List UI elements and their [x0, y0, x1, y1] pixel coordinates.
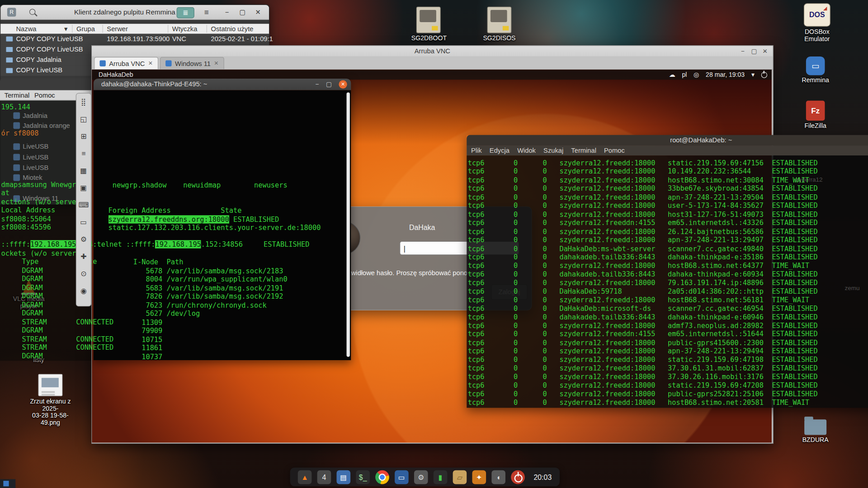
desktop-icon-sg2disos[interactable]: SG2DISOS [482, 7, 517, 42]
netstat-line: tcp6 0 0 szyderra12.freedd:18000 host31-… [468, 210, 868, 219]
media-player-icon[interactable]: ▲ [298, 470, 312, 484]
caret-down-icon[interactable]: ▾ [751, 71, 755, 79]
window-title: Klient zdalnego pulpitu Remmina [74, 5, 175, 19]
green-display-icon[interactable]: ▮ [434, 470, 448, 484]
connection-row[interactable]: COPY COPY LiveUSB192.168.191.73:5900VNC2… [0, 34, 269, 45]
terminal-line: 10737 [96, 352, 162, 361]
titlebar[interactable]: R Klient zdalnego pulpitu Remmina ≣ ≡ − … [0, 5, 269, 20]
scrollbar[interactable] [347, 92, 350, 357]
close-button[interactable]: ✕ [760, 46, 770, 56]
multi-window-icon[interactable]: ▣ [76, 179, 91, 197]
screen-icon[interactable]: ▭ [76, 214, 91, 231]
minimize-button[interactable]: − [221, 5, 233, 19]
netstat-line: tcp6 0 0 szyderra12.freedd:18000 hostB68… [468, 261, 868, 270]
menu-item-szukaj[interactable]: Szukaj [543, 145, 563, 155]
column-header[interactable]: Ostatnio użyte [211, 24, 254, 34]
quality-icon[interactable]: ▦ [76, 162, 91, 179]
panel-corner-applet[interactable] [0, 479, 15, 488]
minimize-button[interactable]: − [312, 79, 322, 90]
desktop-icon-filezilla[interactable]: Fz FileZilla [799, 101, 831, 130]
column-separator [103, 25, 103, 33]
menu-item-terminal[interactable]: Terminal [5, 90, 30, 100]
terminal-line: szyderra12.freeddns.org:18000 ESTABLISHE… [96, 215, 279, 224]
desktop-icon-screenshot-file[interactable]: Zrzut ekranu z 2025- 03-28 19-58-49.png [24, 374, 76, 427]
netstat-line: tcp6 0 0 dahakadeb.tailb336:8443 dahaka-… [468, 253, 868, 262]
power-button[interactable] [511, 470, 525, 484]
terminal-content[interactable]: newgrp.shadow newuidmap newusers Foreign… [94, 90, 351, 361]
grip-icon[interactable]: ⣿ [76, 94, 91, 111]
keyboard-layout-indicator[interactable]: pl [682, 71, 687, 78]
tab-windows-11[interactable]: Windows 11✕ [160, 57, 224, 69]
titlebar[interactable]: dahaka@dahaka-ThinkPad-E495: ~ − ▢ ✕ [94, 79, 351, 90]
column-header[interactable]: Wtyczka [172, 24, 198, 34]
file-manager-icon[interactable]: ▤ [336, 470, 350, 484]
accessibility-icon[interactable]: ◎ [693, 71, 699, 79]
menu-item-edycja[interactable]: Edycja [490, 145, 509, 155]
connection-icon [6, 37, 13, 42]
desktop-icon-bzdura[interactable]: BZDURA [798, 416, 833, 444]
screenshot-icon[interactable]: ⊙ [76, 265, 91, 282]
netstat-line: tcp6 0 0 szyderra12.freedd:18000 apn-37-… [468, 236, 868, 244]
maximize-button[interactable]: ▢ [236, 5, 249, 19]
disconnect-icon[interactable]: ◉ [76, 282, 91, 299]
desktop-icon-remmina[interactable]: ▭ Remmina [799, 56, 831, 84]
menu-item-widok[interactable]: Widok [517, 145, 536, 155]
desktop-icon-sg2dboot[interactable]: SG2DBOOT [411, 7, 446, 42]
settings-icon[interactable]: ⚙ [76, 231, 91, 248]
column-separator [72, 25, 72, 33]
sort-caret-icon: ▾ [64, 24, 67, 34]
search-icon[interactable] [29, 9, 35, 15]
terminal-icon[interactable]: $_ [356, 470, 370, 484]
folder-icon[interactable]: ▱ [453, 470, 467, 484]
remote-desktop-icon[interactable]: ▭ [395, 470, 409, 484]
tools-icon[interactable]: ✚ [76, 248, 91, 265]
tab-close-icon[interactable]: ✕ [148, 60, 153, 66]
netstat-line: tcp6 0 0 DaHakaDeb:59718 2a05:d014:386:2… [468, 287, 868, 296]
column-header[interactable]: Nazwa [16, 24, 37, 34]
close-button[interactable]: ✕ [339, 80, 347, 89]
minimize-button[interactable]: − [737, 46, 748, 56]
terminal-line: 7826 /var/lib/samba/msg.sock/2192 [96, 292, 283, 301]
terminal-line: 7623 /run/chrony/chronyd.sock [96, 301, 267, 310]
maximize-button[interactable]: ▢ [324, 79, 334, 90]
menu-item-plik[interactable]: Plik [471, 145, 482, 155]
netstat-line: tcp6 0 0 szyderra12.freedd:18000 public-… [468, 389, 868, 398]
volume-icon[interactable]: ◖ [491, 470, 505, 484]
fullscreen-icon[interactable]: ◱ [76, 111, 91, 128]
power-icon[interactable] [761, 72, 767, 78]
scaled-mode-icon[interactable]: ⊞ [76, 128, 91, 145]
icon-label: Zrzut ekranu z 2025- 03-28 19-58-49.png [24, 398, 76, 427]
remmina-floating-toolbar: ⣿◱⊞≡▦▣⌨▭⚙✚⊙◉ [76, 93, 91, 307]
tab-arruba-vnc[interactable]: Arruba VNC✕ [94, 57, 158, 69]
icon-label: BZDURA [798, 436, 833, 444]
workspace-indicator[interactable]: 4 [317, 470, 331, 484]
dock-clock: 20:03 [533, 473, 552, 481]
column-separator [168, 25, 168, 33]
titlebar[interactable]: Arruba VNC − ▢ ✕ [92, 46, 773, 57]
column-header[interactable]: Serwer [107, 24, 128, 34]
terminal-line: 5683 /var/lib/samba/msg.sock/2191 [96, 284, 283, 292]
netstat-line: tcp6 0 0 szyderra12.freedd:18000 admf73.… [468, 321, 868, 330]
tab-close-icon[interactable]: ✕ [214, 60, 218, 66]
settings-gear-icon[interactable]: ⚙ [414, 470, 428, 484]
tweaks-icon[interactable]: ✦ [472, 470, 486, 484]
remote-clock[interactable]: 28 mar, 19:03 [706, 71, 745, 78]
menu-icon[interactable]: ≡ [76, 145, 91, 162]
terminal-content[interactable]: tcp6 0 0 szyderra12.freedd:18000 static.… [467, 155, 868, 408]
chrome-icon[interactable] [375, 470, 389, 484]
maximize-button[interactable]: ▢ [749, 46, 760, 56]
menu-item-terminal[interactable]: Terminal [571, 145, 596, 155]
netstat-line: tcp6 0 0 szyderra12.freedd:18000 hostB68… [468, 398, 868, 407]
menu-item-pomoc[interactable]: Pomoc [34, 90, 55, 100]
hamburger-menu-button[interactable]: ≡ [200, 7, 213, 17]
keyboard-grab-icon[interactable]: ⌨ [76, 197, 91, 214]
cell: 192.168.191.73:5900 [107, 34, 170, 44]
menu-item-pomoc[interactable]: Pomoc [604, 145, 625, 155]
titlebar[interactable]: root@DaHakaDeb: ~ [467, 135, 868, 145]
close-button[interactable]: ✕ [252, 5, 264, 19]
list-view-toggle-button[interactable]: ≣ [177, 7, 194, 18]
remmina-tab-icon [165, 60, 171, 66]
connection-list-header[interactable]: Nazwa▾GrupaSerwerWtyczkaOstatnio użyte [0, 24, 269, 34]
column-header[interactable]: Grupa [76, 24, 95, 34]
desktop-icon-dosbox[interactable]: DOS DOSBox Emulator [792, 3, 843, 42]
